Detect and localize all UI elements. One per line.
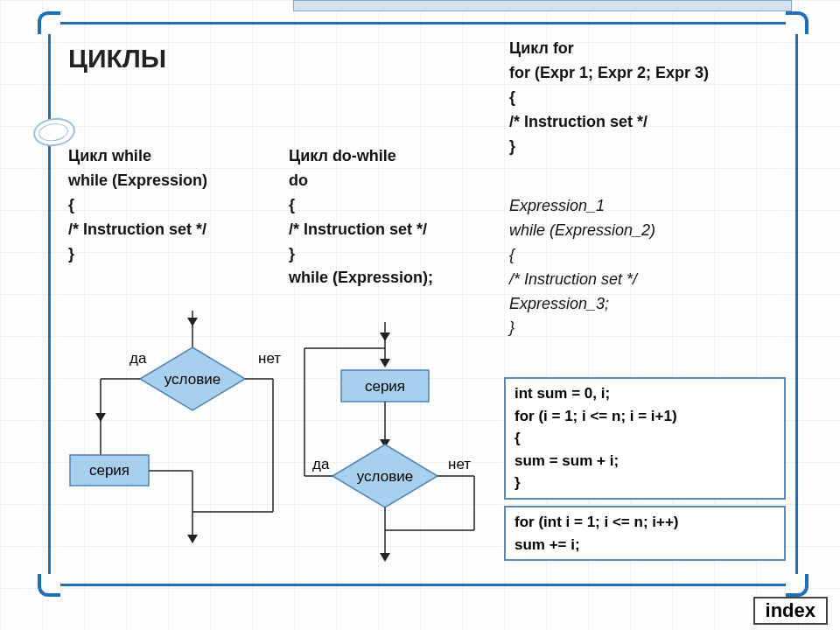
flowchart-dowhile: серия условие да нет [289, 322, 508, 576]
example-code-2: for (int i = 1; i <= n; i++) sum += i; [504, 506, 786, 561]
no-label: нет [258, 350, 281, 367]
series-label-2: серия [365, 378, 405, 395]
no-label-2: нет [448, 456, 471, 472]
dowhile-syntax: Цикл do-while do { /* Instruction set */… [289, 144, 433, 290]
cond-label-2: условие [357, 468, 413, 485]
yes-label-2: да [312, 456, 330, 472]
svg-marker-15 [380, 359, 390, 368]
page-title: ЦИКЛЫ [68, 44, 166, 74]
series-label: серия [89, 462, 130, 479]
svg-marker-14 [380, 332, 390, 341]
while-syntax: Цикл while while (Expression) { /* Instr… [68, 144, 207, 266]
index-button[interactable]: index [753, 597, 828, 625]
svg-marker-27 [380, 553, 390, 562]
for-expanded: Expression_1 while (Expression_2) { /* I… [509, 194, 655, 340]
flowchart-while: условие да нет серия [52, 311, 289, 569]
top-strip [293, 0, 792, 11]
svg-marker-9 [187, 535, 198, 543]
for-syntax: Цикл for for (Expr 1; Expr 2; Expr 3) { … [509, 37, 709, 158]
svg-marker-1 [187, 318, 198, 326]
cond-label: условие [164, 371, 220, 388]
example-code-1: int sum = 0, i; for (i = 1; i <= n; i = … [504, 377, 786, 500]
yes-label: да [130, 350, 147, 367]
